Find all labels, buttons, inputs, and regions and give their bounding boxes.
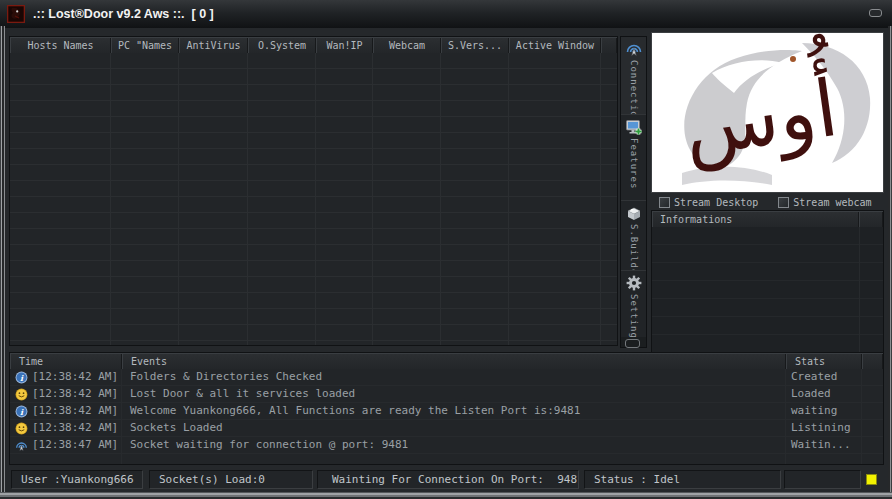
stream-webcam-checkbox[interactable] — [778, 197, 789, 208]
column-header-0[interactable]: Hosts Names — [10, 37, 111, 53]
status-waiting: Wainting For Connection On Port: 9481 — [317, 470, 579, 489]
column-separator — [600, 53, 601, 345]
stream-desktop-checkbox[interactable] — [659, 197, 670, 208]
status-sockets: Socket(s) Load:0 — [149, 470, 313, 489]
hosts-table-header: Hosts NamesPC "NamesAntiVirusO.SystemWan… — [10, 37, 617, 53]
log-stat: Loaded — [791, 386, 831, 402]
log-event: Folders & Directories Checked — [130, 369, 322, 385]
column-separator — [315, 53, 316, 345]
column-separator — [372, 53, 373, 345]
column-header-time[interactable]: Time — [10, 353, 122, 369]
window-border-bottom — [0, 492, 892, 499]
tab-connections-label: Connections — [629, 60, 639, 115]
column-separator — [247, 53, 248, 345]
column-header-1[interactable]: PC "Names — [111, 37, 179, 53]
tab-features[interactable]: Features — [621, 115, 646, 201]
column-separator — [508, 53, 509, 345]
tab-sbuilder[interactable]: S.Builder — [621, 201, 646, 271]
status-user: User :Yuankong666 — [11, 470, 143, 489]
column-header-stats[interactable]: Stats — [786, 353, 862, 369]
tab-connections[interactable]: Connections — [621, 37, 646, 115]
log-time: [12:38:42 AM] — [32, 369, 118, 385]
log-time: [12:38:42 AM] — [32, 403, 118, 419]
tab-settings[interactable]: Settings — [621, 271, 646, 337]
log-table-body: i[12:38:42 AM]Folders & Directories Chec… — [10, 369, 883, 464]
stream-options: Stream Desktop Stream webcam — [651, 195, 884, 209]
column-separator — [440, 53, 441, 345]
column-header-5[interactable]: Webcam — [373, 37, 441, 53]
log-table: Time Events Stats i[12:38:42 AM]Folders … — [9, 352, 884, 465]
log-event: Lost Door & all it services loaded — [130, 386, 355, 402]
informations-body[interactable] — [652, 227, 883, 355]
column-separator — [178, 53, 179, 345]
antenna-icon — [15, 439, 28, 452]
column-separator — [110, 53, 111, 345]
minimize-button[interactable] — [869, 9, 882, 17]
log-stat: Created — [791, 369, 837, 385]
sidebar-tabs: Connections Features — [620, 36, 647, 348]
log-row[interactable]: i[12:38:42 AM]Welcome Yuankong666, All F… — [10, 403, 883, 420]
column-header-informations[interactable]: Informations — [652, 211, 859, 227]
status-indicator — [866, 474, 877, 485]
log-row[interactable]: i[12:38:42 AM]Folders & Directories Chec… — [10, 369, 883, 386]
status-state: Status : Idel — [584, 470, 781, 489]
column-header-3[interactable]: O.System — [248, 37, 316, 53]
client-area: Hosts NamesPC "NamesAntiVirusO.SystemWan… — [5, 28, 888, 492]
hosts-table: Hosts NamesPC "NamesAntiVirusO.SystemWan… — [9, 36, 618, 346]
window: .:: Lost®Door v9.2 Aws ::. [ 0 ] Hosts N… — [0, 0, 892, 499]
broadcast-icon — [625, 40, 643, 58]
column-header-filler — [859, 211, 883, 227]
hosts-table-body[interactable] — [10, 53, 617, 345]
package-icon — [625, 204, 643, 222]
log-stat: waiting — [791, 403, 837, 419]
log-stat: Waitin... — [791, 437, 851, 453]
smiley-icon — [15, 388, 28, 401]
window-title: .:: Lost®Door v9.2 Aws ::. [ 0 ] — [33, 7, 214, 21]
log-row[interactable]: [12:38:42 AM]Sockets LoadedListining — [10, 420, 883, 437]
log-row[interactable]: [12:38:42 AM]Lost Door & all it services… — [10, 386, 883, 403]
informations-header: Informations — [652, 211, 883, 227]
log-time: [12:38:42 AM] — [32, 420, 118, 436]
log-event: Welcome Yuankong666, All Functions are r… — [130, 403, 580, 419]
column-header-events[interactable]: Events — [122, 353, 786, 369]
log-table-header: Time Events Stats — [10, 353, 883, 369]
info-icon: i — [15, 405, 28, 418]
column-header-2[interactable]: AntiVirus — [179, 37, 248, 53]
info-icon: i — [15, 371, 28, 384]
monitor-plus-icon — [625, 118, 643, 136]
stream-desktop-label[interactable]: Stream Desktop — [674, 197, 758, 208]
titlebar[interactable]: .:: Lost®Door v9.2 Aws ::. [ 0 ] — [0, 0, 892, 28]
column-header-filler — [601, 37, 617, 53]
stream-webcam-label[interactable]: Stream webcam — [793, 197, 871, 208]
smiley-icon — [15, 422, 28, 435]
tab-settings-label: Settings — [629, 294, 639, 337]
gear-icon — [625, 274, 643, 292]
app-icon — [7, 5, 25, 23]
log-event: Sockets Loaded — [130, 420, 223, 436]
calligraphy-image: أُوس — [651, 32, 884, 193]
log-stat: Listining — [791, 420, 851, 436]
status-bar: User :Yuankong666 Socket(s) Load:0 Waint… — [5, 470, 888, 492]
log-row[interactable]: [12:38:47 AM]Socket waiting for connecti… — [10, 437, 883, 454]
window-border-right — [888, 26, 892, 499]
tabstrip-stub — [625, 339, 640, 348]
status-empty-panel — [784, 470, 861, 489]
log-event: Socket waiting for connection @ port: 94… — [130, 437, 408, 453]
tab-sbuilder-label: S.Builder — [629, 224, 639, 271]
log-time: [12:38:42 AM] — [32, 386, 118, 402]
informations-panel: Informations — [651, 210, 884, 356]
column-header-filler — [862, 353, 883, 369]
tab-features-label: Features — [629, 138, 639, 189]
column-header-7[interactable]: Active Window — [509, 37, 601, 53]
log-time: [12:38:47 AM] — [32, 437, 118, 453]
calligraphy-art: أُوس — [652, 33, 883, 192]
column-header-6[interactable]: S.Vers... — [441, 37, 509, 53]
column-header-4[interactable]: Wan!IP — [316, 37, 373, 53]
